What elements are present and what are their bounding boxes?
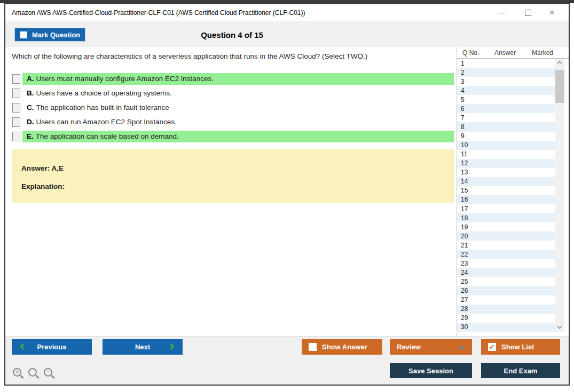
scrollbar-down-button[interactable]	[555, 323, 564, 332]
previous-button[interactable]: Previous	[12, 339, 92, 355]
option-label[interactable]: E.The application can scale based on dem…	[22, 131, 454, 142]
show-list-checkbox-icon: ✓	[488, 343, 496, 351]
zoom-in-icon[interactable]: +	[13, 368, 21, 377]
question-list-row[interactable]: 5	[457, 95, 555, 104]
show-answer-button[interactable]: Show Answer	[302, 339, 382, 355]
close-icon: ×	[549, 7, 554, 18]
explanation-label: Explanation:	[21, 182, 65, 190]
question-counter: Question 4 of 15	[5, 30, 459, 39]
option-label[interactable]: C.The application has built-in fault tol…	[22, 102, 454, 114]
question-list-row[interactable]: 30	[457, 323, 555, 332]
question-list-row[interactable]: 1	[457, 59, 555, 68]
minimize-button[interactable]	[491, 4, 512, 21]
show-answer-label: Show Answer	[322, 343, 367, 351]
question-text: Which of the following are characteristi…	[12, 52, 455, 60]
chevron-right-icon	[168, 343, 174, 349]
end-exam-button[interactable]: End Exam	[481, 363, 560, 378]
show-list-label: Show List	[501, 343, 534, 351]
question-list-header: Q No. Answer Marked	[457, 47, 569, 59]
column-qno: Q No.	[462, 49, 479, 57]
zoom-controls: + −	[13, 368, 52, 377]
question-list-row[interactable]: 8	[457, 122, 555, 131]
question-list-row[interactable]: 24	[457, 268, 555, 277]
question-list-row[interactable]: 20	[457, 231, 555, 241]
question-list-row[interactable]: 16	[457, 195, 555, 204]
question-list-row[interactable]: 25	[457, 277, 555, 286]
save-session-label: Save Session	[408, 367, 453, 375]
question-list-row[interactable]: 9	[457, 132, 555, 141]
question-list-row[interactable]: 13	[457, 168, 555, 177]
zoom-reset-icon[interactable]	[28, 368, 37, 377]
question-list-row[interactable]: 17	[457, 204, 555, 213]
review-label: Review	[397, 343, 421, 351]
option-label[interactable]: A.Users must manually configure Amazon E…	[22, 73, 454, 85]
scrollbar-up-button[interactable]	[555, 59, 564, 67]
minimize-icon	[498, 13, 505, 13]
triangle-up-icon	[459, 345, 465, 349]
option-checkbox[interactable]	[12, 74, 20, 84]
question-list-row[interactable]: 10	[457, 141, 555, 150]
exam-simulator-window: Amazon AWS AWS-Certified-Cloud-Practitio…	[4, 3, 570, 386]
chevron-down-icon	[557, 324, 562, 329]
chevron-left-icon	[20, 343, 26, 349]
chevron-up-icon	[557, 61, 562, 66]
option-checkbox[interactable]	[12, 89, 20, 98]
option-row-e: E.The application can scale based on dem…	[5, 131, 459, 142]
question-list-scrollbar[interactable]	[555, 59, 564, 332]
show-list-button[interactable]: ✓ Show List	[481, 339, 560, 355]
option-label[interactable]: D.Users can run Amazon EC2 Spot Instance…	[22, 116, 454, 128]
option-row-d: D.Users can run Amazon EC2 Spot Instance…	[5, 116, 459, 128]
question-list-row[interactable]: 12	[457, 159, 555, 168]
question-list-row[interactable]: 27	[457, 295, 555, 305]
question-list-row[interactable]: 4	[457, 86, 555, 95]
question-list-row[interactable]: 19	[457, 222, 555, 231]
next-button[interactable]: Next	[103, 339, 183, 355]
save-session-button[interactable]: Save Session	[390, 363, 472, 378]
window-titlebar: Amazon AWS AWS-Certified-Cloud-Practitio…	[5, 4, 569, 21]
question-list-rows: 1234567891011121314151617181920212223242…	[457, 59, 555, 332]
column-answer: Answer	[494, 49, 516, 57]
question-list-row[interactable]: 22	[457, 250, 555, 259]
question-list-row[interactable]: 26	[457, 286, 555, 295]
option-checkbox[interactable]	[12, 132, 20, 141]
scrollbar-thumb[interactable]	[555, 70, 564, 103]
question-list-row[interactable]: 6	[457, 104, 555, 113]
question-list-row[interactable]: 15	[457, 186, 555, 195]
previous-label: Previous	[37, 343, 67, 351]
maximize-icon	[525, 10, 531, 16]
option-row-c: C.The application has built-in fault tol…	[5, 102, 459, 114]
question-list-row[interactable]: 11	[457, 150, 555, 159]
review-button[interactable]: Review	[390, 339, 472, 355]
question-list-row[interactable]: 3	[457, 77, 555, 86]
question-list-row[interactable]: 21	[457, 241, 555, 250]
option-row-a: A.Users must manually configure Amazon E…	[5, 73, 459, 85]
show-answer-checkbox-icon	[309, 343, 317, 351]
next-label: Next	[135, 343, 150, 351]
question-list-row[interactable]: 7	[457, 113, 555, 122]
column-marked: Marked	[532, 49, 553, 57]
question-list-row[interactable]: 28	[457, 305, 555, 314]
question-list-row[interactable]: 29	[457, 314, 555, 323]
question-list-row[interactable]: 18	[457, 213, 555, 222]
window-title: Amazon AWS AWS-Certified-Cloud-Practitio…	[12, 9, 305, 17]
question-list-row[interactable]: 2	[457, 68, 555, 77]
maximize-button[interactable]	[517, 4, 539, 21]
question-list-row[interactable]: 14	[457, 177, 555, 186]
option-checkbox[interactable]	[12, 117, 20, 127]
answer-box: Answer: A,E Explanation:	[12, 149, 454, 203]
zoom-out-icon[interactable]: −	[44, 368, 52, 377]
answer-value: Answer: A,E	[21, 164, 64, 172]
option-checkbox[interactable]	[12, 103, 20, 113]
question-list-row[interactable]: 23	[457, 259, 555, 268]
end-exam-label: End Exam	[504, 367, 538, 375]
close-button[interactable]: ×	[543, 4, 564, 21]
option-label[interactable]: B.Users have a choice of operating syste…	[22, 87, 454, 99]
option-row-b: B.Users have a choice of operating syste…	[5, 87, 459, 99]
